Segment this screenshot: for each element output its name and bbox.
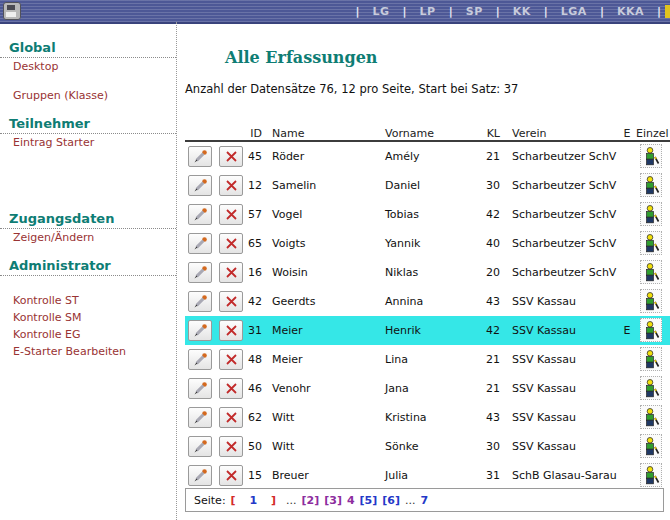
cell-vorname: Tobias <box>385 208 472 221</box>
cell-kl: 30 <box>472 179 500 192</box>
table-row: 50 Witt Sönke 30 SSV Kassau <box>185 432 670 461</box>
person-pencil-icon <box>643 350 660 369</box>
pencil-icon <box>193 178 208 193</box>
menu-item-kka[interactable]: KKA <box>606 5 655 18</box>
table-header-row: ID Name Vorname KL Verein E Einzel <box>185 122 670 142</box>
menu-item-sp[interactable]: SP <box>455 5 494 18</box>
cell-name: Venohr <box>272 382 385 395</box>
edit-button[interactable] <box>188 233 212 254</box>
delete-button[interactable] <box>219 146 243 167</box>
delete-button[interactable] <box>219 262 243 283</box>
cell-name: Witt <box>272 411 385 424</box>
pencil-icon <box>193 381 208 396</box>
einzel-button[interactable] <box>640 376 662 400</box>
page-link-3[interactable]: [3] <box>324 494 342 507</box>
page-link-7[interactable]: 7 <box>421 494 429 507</box>
table-row: 62 Witt Kristina 43 SSV Kassau <box>185 403 670 432</box>
einzel-button[interactable] <box>640 289 662 313</box>
sidebar-item-estarter-bearbeiten[interactable]: E-Starter Bearbeiten <box>0 343 176 360</box>
delete-button[interactable] <box>219 204 243 225</box>
cell-vorname: Annina <box>385 295 472 308</box>
cell-name: Voigts <box>272 237 385 250</box>
cell-name: Witt <box>272 440 385 453</box>
edit-button[interactable] <box>188 146 212 167</box>
menu-item-lga[interactable]: LGA <box>550 5 598 18</box>
pencil-icon <box>193 294 208 309</box>
floppy-disk-icon[interactable] <box>3 2 21 20</box>
cell-name: Geerdts <box>272 295 385 308</box>
person-pencil-icon <box>643 321 660 340</box>
cell-kl: 43 <box>472 411 500 424</box>
delete-button[interactable] <box>219 436 243 457</box>
edit-button[interactable] <box>188 407 212 428</box>
menu-separator: | <box>598 5 606 18</box>
table-row: 46 Venohr Jana 21 SSV Kassau <box>185 374 670 403</box>
einzel-button[interactable] <box>640 405 662 429</box>
main-content: Alle Erfassungen Anzahl der Datensätze 7… <box>178 22 670 520</box>
einzel-button[interactable] <box>640 347 662 371</box>
page-link-1[interactable]: [ 1 ] <box>231 494 281 507</box>
menu-item-lg[interactable]: LG <box>362 5 401 18</box>
delete-button[interactable] <box>219 407 243 428</box>
delete-button[interactable] <box>219 378 243 399</box>
delete-x-icon <box>225 382 238 395</box>
sidebar-item-desktop[interactable]: Desktop <box>0 58 176 75</box>
einzel-button[interactable] <box>640 173 662 197</box>
edit-button[interactable] <box>188 320 212 341</box>
delete-button[interactable] <box>219 175 243 196</box>
cell-verein: Scharbeutzer SchV <box>512 179 618 192</box>
delete-button[interactable] <box>219 233 243 254</box>
page-link-2[interactable]: [2] <box>302 494 320 507</box>
cell-e-flag: E <box>618 324 636 337</box>
menu-item-lp[interactable]: LP <box>409 5 447 18</box>
edit-button[interactable] <box>188 436 212 457</box>
einzel-button[interactable] <box>640 144 662 168</box>
einzel-button[interactable] <box>640 318 662 342</box>
sidebar-item-zeigen-aendern[interactable]: Zeigen/Ändern <box>0 229 176 246</box>
edit-button[interactable] <box>188 465 212 486</box>
einzel-button[interactable] <box>640 202 662 226</box>
menu-separator: | <box>447 5 455 18</box>
sidebar-item-eintrag-starter[interactable]: Eintrag Starter <box>0 134 176 151</box>
delete-button[interactable] <box>219 465 243 486</box>
cell-kl: 31 <box>472 469 500 482</box>
sidebar-item-gruppen[interactable]: Gruppen (Klasse) <box>0 87 176 104</box>
einzel-button[interactable] <box>640 231 662 255</box>
edit-button[interactable] <box>188 204 212 225</box>
table-row: 12 Samelin Daniel 30 Scharbeutzer SchV <box>185 171 670 200</box>
einzel-button[interactable] <box>640 260 662 284</box>
cell-id: 57 <box>243 208 262 221</box>
pagination-ellipsis: ... <box>405 494 416 507</box>
cell-verein: SSV Kassau <box>512 295 618 308</box>
delete-button[interactable] <box>219 291 243 312</box>
einzel-button[interactable] <box>640 463 662 487</box>
delete-x-icon <box>225 150 238 163</box>
page-link-5[interactable]: [5] <box>360 494 378 507</box>
edit-button[interactable] <box>188 175 212 196</box>
records-table: ID Name Vorname KL Verein E Einzel 45 Rö… <box>185 122 670 490</box>
edit-button[interactable] <box>188 378 212 399</box>
sidebar-item-kontrolle-eg[interactable]: Kontrolle EG <box>0 326 176 343</box>
pencil-icon <box>193 265 208 280</box>
sidebar-heading-global: Global <box>0 38 176 58</box>
cell-vorname: Niklas <box>385 266 472 279</box>
delete-button[interactable] <box>219 349 243 370</box>
edit-button[interactable] <box>188 349 212 370</box>
cell-vorname: Sönke <box>385 440 472 453</box>
sidebar-item-kontrolle-sm[interactable]: Kontrolle SM <box>0 309 176 326</box>
edit-button[interactable] <box>188 262 212 283</box>
cell-vorname: Yannik <box>385 237 472 250</box>
einzel-button[interactable] <box>640 434 662 458</box>
table-row: 16 Woisin Niklas 20 Scharbeutzer SchV <box>185 258 670 287</box>
cell-name: Breuer <box>272 469 385 482</box>
menu-item-kk[interactable]: KK <box>502 5 542 18</box>
person-pencil-icon <box>643 437 660 456</box>
page-link-6[interactable]: [6] <box>382 494 400 507</box>
cell-verein: SSV Kassau <box>512 382 618 395</box>
edit-button[interactable] <box>188 291 212 312</box>
sidebar-item-kontrolle-st[interactable]: Kontrolle ST <box>0 292 176 309</box>
delete-button[interactable] <box>219 320 243 341</box>
pencil-icon <box>193 439 208 454</box>
cell-kl: 21 <box>472 150 500 163</box>
sidebar: Global Desktop Gruppen (Klasse) Teilnehm… <box>0 22 177 520</box>
